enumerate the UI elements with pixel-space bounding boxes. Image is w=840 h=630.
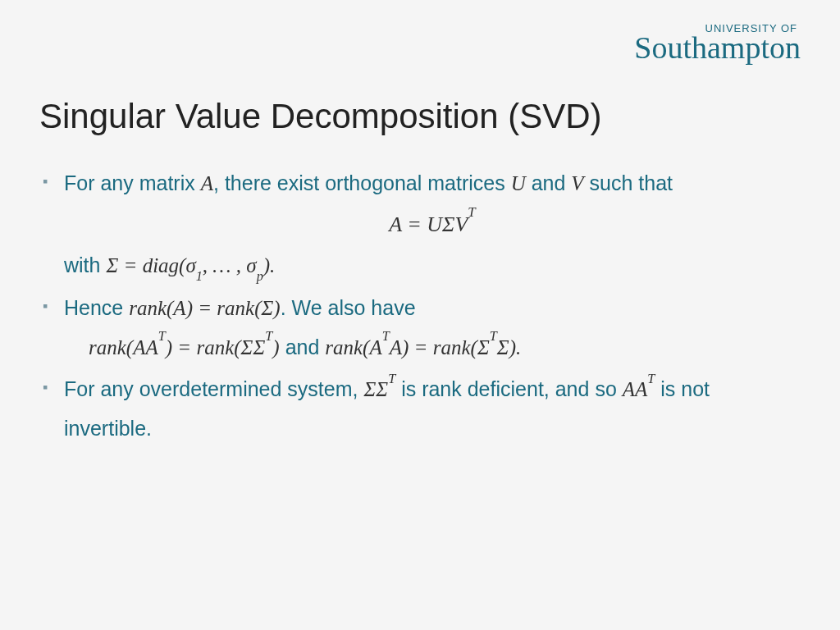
bullet-3: For any overdetermined system, ΣΣT is ra…: [39, 370, 801, 448]
eq1-body: A = UΣV: [389, 212, 468, 236]
b2-post: . We also have: [281, 296, 416, 319]
equation-svd: A = UΣVT: [64, 203, 801, 246]
equation-rank: rank(AAT) = rank(ΣΣT) and rank(ATA) = ra…: [64, 328, 801, 368]
bullet-list: For any matrix A, there exist orthogonal…: [39, 164, 801, 448]
b1-math-V: V: [571, 172, 583, 194]
eq2-aT: T: [158, 329, 166, 344]
eq2-dT: T: [382, 329, 390, 344]
eq2-b: ) = rank(ΣΣ: [166, 336, 266, 358]
b3-math-1: ΣΣ: [363, 378, 388, 400]
eq2-bT: T: [265, 329, 272, 344]
with-subp: p: [257, 269, 263, 284]
b2-pre: Hence: [64, 296, 129, 319]
with-math-mid: , … , σ: [203, 254, 257, 276]
university-logo: UNIVERSITY OF Southampton: [634, 23, 801, 63]
b3-mid: is rank deficient, and so: [395, 377, 623, 400]
slide-content: For any matrix A, there exist orthogonal…: [39, 164, 801, 451]
with-sub1: 1: [196, 269, 203, 284]
b3-math-2: AA: [623, 378, 648, 400]
with-pre: with: [64, 253, 106, 276]
bullet-2: Hence rank(A) = rank(Σ). We also have ra…: [39, 289, 801, 367]
b3-math-2T: T: [647, 372, 655, 386]
bullet-1: For any matrix A, there exist orthogonal…: [39, 164, 801, 285]
b1-text-pre: For any matrix: [64, 171, 201, 194]
slide-title: Singular Value Decomposition (SVD): [39, 97, 602, 136]
b3-pre: For any overdetermined system,: [64, 377, 363, 400]
b1-text-mid1: , there exist orthogonal matrices: [213, 171, 511, 194]
eq2-f: Σ).: [497, 336, 521, 358]
with-math-a: Σ = diag(σ: [106, 254, 195, 276]
eq2-d: rank(A: [325, 336, 381, 358]
b1-text-post: such that: [584, 171, 673, 194]
eq2-e: A) = rank(Σ: [390, 336, 490, 358]
b1-text-mid2: and: [526, 171, 572, 194]
eq1-sup: T: [468, 204, 475, 220]
b1-math-A: A: [201, 172, 213, 194]
eq2-c: ): [272, 336, 279, 358]
b2-math-1: rank(A) = rank(Σ): [129, 297, 280, 319]
eq2-and: and: [280, 336, 326, 358]
eq2-a: rank(AA: [89, 336, 158, 358]
with-math-end: ).: [263, 254, 276, 276]
logo-bottom-text: Southampton: [634, 32, 801, 63]
b3-math-1T: T: [388, 372, 395, 386]
eq2-eT: T: [490, 329, 497, 344]
b1-math-U: U: [511, 172, 526, 194]
